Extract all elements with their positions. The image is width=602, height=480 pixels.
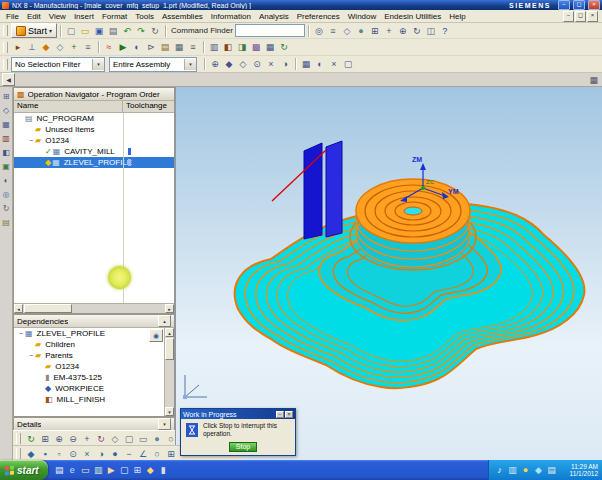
tree-item-parents[interactable]: −▰Parents [14, 350, 164, 361]
expander-icon[interactable]: − [27, 352, 35, 359]
repeat-command-icon[interactable]: ↻ [148, 24, 162, 37]
scroll-up-icon[interactable]: ▴ [165, 328, 174, 337]
menu-window[interactable]: Window [344, 12, 380, 21]
shop-documentation-icon[interactable]: ▤ [158, 41, 172, 54]
scroll-thumb[interactable] [165, 338, 174, 360]
close-button[interactable]: × [588, 0, 600, 10]
menu-endesin-utilities[interactable]: Endesin Utilities [380, 12, 445, 21]
part-navigator-icon[interactable]: ▦ [1, 119, 12, 130]
start-menu-button[interactable]: Start ▾ [11, 23, 57, 38]
roles-icon[interactable]: ▤ [1, 217, 12, 228]
media-player-icon[interactable]: ▶ [105, 463, 118, 477]
minimize-button[interactable]: − [558, 0, 570, 10]
front-view-icon[interactable]: ▢ [122, 432, 136, 445]
full-screen-icon[interactable]: ▦ [589, 75, 598, 85]
orient-view-icon[interactable]: ◇ [340, 24, 354, 37]
deselect-all-icon[interactable]: × [327, 58, 341, 71]
refresh-view-icon[interactable]: ↻ [24, 432, 38, 445]
undo-icon[interactable]: ↶ [120, 24, 134, 37]
nx-shortcut-icon[interactable]: ◆ [144, 463, 157, 477]
quadrant-point-icon[interactable]: ◑ [278, 58, 292, 71]
scroll-right-icon[interactable]: ▸ [165, 304, 174, 313]
snap-center-icon[interactable]: ⊙ [66, 447, 80, 460]
face-rule-icon[interactable]: ▢ [341, 58, 355, 71]
internet-explorer-icon[interactable]: e [66, 463, 79, 477]
scroll-down-icon[interactable]: ▾ [165, 407, 174, 416]
snap-midline-icon[interactable]: − [122, 447, 136, 460]
end-point-icon[interactable]: ◆ [222, 58, 236, 71]
save-icon[interactable]: ▣ [92, 24, 106, 37]
zoom-out-icon[interactable]: ⊖ [66, 432, 80, 445]
dialog-titlebar[interactable]: Work in Progress − × [181, 409, 295, 419]
fit-view-icon[interactable]: ⊞ [368, 24, 382, 37]
collapse-up-icon[interactable]: ▴ [158, 315, 171, 327]
column-name[interactable]: Name [14, 101, 123, 112]
snap-midpoint-icon[interactable]: ▫ [52, 447, 66, 460]
intersection-point-icon[interactable]: × [264, 58, 278, 71]
machine-tool-navigator-icon[interactable]: ◧ [1, 147, 12, 158]
taskbar-clock[interactable]: 11:29 AM 11/1/2012 [562, 463, 598, 477]
wireframe-icon[interactable]: ○ [164, 432, 178, 445]
machine-tool-view-icon[interactable]: ◧ [221, 41, 235, 54]
menu-information[interactable]: Information [207, 12, 255, 21]
post-process-icon[interactable]: ⊳ [144, 41, 158, 54]
column-toolchange[interactable]: Toolchange [123, 101, 170, 112]
fit-view-icon[interactable]: ⊞ [38, 432, 52, 445]
output-cl-icon[interactable]: ▦ [172, 41, 186, 54]
history-palette-icon[interactable]: ↻ [1, 203, 12, 214]
graphics-window[interactable]: ZM ZC YM [175, 87, 602, 460]
stop-button[interactable]: Stop [229, 442, 257, 452]
reuse-library-icon[interactable]: ▣ [1, 161, 12, 172]
file-explorer-icon[interactable]: ▥ [92, 463, 105, 477]
print-icon[interactable]: ▤ [106, 24, 120, 37]
menu-file[interactable]: File [2, 12, 23, 21]
toolbar-grip[interactable] [3, 25, 8, 36]
collapse-panel-button[interactable]: ◀ [2, 73, 15, 86]
redo-icon[interactable]: ↷ [134, 24, 148, 37]
pan-icon[interactable]: + [80, 432, 94, 445]
highlight-selection-icon[interactable]: ◐ [313, 58, 327, 71]
calculator-icon[interactable]: ⊞ [131, 463, 144, 477]
hd3d-tools-icon[interactable]: ◐ [1, 175, 12, 186]
tree-item-children[interactable]: ▰Children [14, 339, 164, 350]
maximize-button[interactable]: ◻ [573, 0, 585, 10]
snap-tangent-icon[interactable]: ○ [150, 447, 164, 460]
zoom-view-icon[interactable]: ⊕ [396, 24, 410, 37]
snap-quadrant-icon[interactable]: ◑ [94, 447, 108, 460]
navigator-hscrollbar[interactable]: ◂ ▸ [14, 303, 174, 313]
select-all-icon[interactable]: ▦ [299, 58, 313, 71]
menu-assemblies[interactable]: Assemblies [158, 12, 207, 21]
toolbar-grip[interactable] [16, 433, 21, 444]
start-button[interactable]: start [0, 460, 48, 480]
menu-preferences[interactable]: Preferences [293, 12, 344, 21]
selection-scope-combo[interactable]: Entire Assembly ▾ [109, 57, 197, 72]
menu-help[interactable]: Help [445, 12, 469, 21]
operation-navigator-header[interactable]: ▩ Operation Navigator - Program Order [14, 88, 174, 101]
pan-view-icon[interactable]: + [382, 24, 396, 37]
edit-object-icon[interactable]: ≡ [81, 41, 95, 54]
snap-enable-icon[interactable]: ◆ [24, 447, 38, 460]
scroll-thumb[interactable] [24, 304, 72, 313]
top-view-icon[interactable]: ▭ [136, 432, 150, 445]
shaded-view-icon[interactable]: ● [354, 24, 368, 37]
3d-scene[interactable]: ZM ZC YM [176, 87, 602, 460]
window-cascade-icon[interactable]: ◫ [424, 24, 438, 37]
work-layer-icon[interactable]: ≡ [326, 24, 340, 37]
doc-minimize-button[interactable]: − [563, 11, 574, 22]
open-icon[interactable]: ▭ [78, 24, 92, 37]
dialog-minimize-button[interactable]: − [276, 411, 284, 418]
tree-item-o1234[interactable]: −▰O1234 [14, 135, 174, 146]
selection-filter-combo[interactable]: No Selection Filter ▾ [11, 57, 105, 72]
command-finder-input[interactable] [235, 24, 305, 37]
create-program-icon[interactable]: ▸ [11, 41, 25, 54]
help-icon[interactable]: ? [438, 24, 452, 37]
toolbar-grip[interactable] [3, 42, 8, 53]
updates-icon[interactable]: ◆ [532, 463, 545, 477]
mid-point-icon[interactable]: ◇ [236, 58, 250, 71]
new-icon[interactable]: ▢ [64, 24, 78, 37]
notepad-icon[interactable]: ▢ [118, 463, 131, 477]
program-order-view-icon[interactable]: ▥ [207, 41, 221, 54]
menu-analysis[interactable]: Analysis [255, 12, 293, 21]
assembly-navigator-icon[interactable]: ⊞ [1, 91, 12, 102]
internet-explorer-icon[interactable]: ◎ [1, 189, 12, 200]
